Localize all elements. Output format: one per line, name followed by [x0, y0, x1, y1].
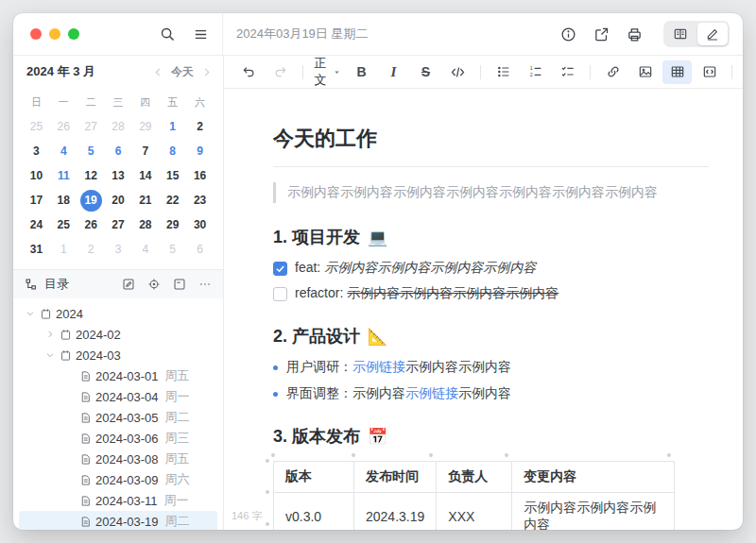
calendar-day-cell[interactable]: 13: [105, 163, 132, 188]
calendar-day-cell[interactable]: 31: [23, 237, 50, 262]
tree-item-2024[interactable]: 2024: [19, 303, 217, 324]
new-note-icon[interactable]: [122, 278, 135, 291]
column-grip[interactable]: [271, 453, 275, 457]
section-heading-3[interactable]: 3. 版本发布 📅: [273, 425, 709, 448]
calendar-day-cell[interactable]: 18: [50, 188, 77, 212]
calendar-day-cell[interactable]: 1: [50, 237, 77, 262]
table-cell[interactable]: 2024.3.19: [354, 493, 437, 531]
calendar-next-icon[interactable]: [201, 67, 212, 77]
preview-mode-icon[interactable]: [665, 23, 696, 45]
tree-item-2024-03-04[interactable]: 2024-03-04周一: [19, 386, 217, 407]
calendar-prev-icon[interactable]: [153, 67, 163, 77]
calendar-day-cell[interactable]: 26: [50, 114, 77, 139]
bullet-item[interactable]: 界面调整：示例内容示例链接示例内容: [273, 385, 709, 402]
calendar-day-cell[interactable]: 2: [77, 237, 105, 262]
collapse-all-icon[interactable]: [173, 278, 186, 291]
calendar-day-cell[interactable]: 4: [50, 139, 77, 163]
table-cell[interactable]: 示例内容示例内容示例内容: [512, 493, 675, 531]
tree-item-2024-03-05[interactable]: 2024-03-05周二: [19, 407, 217, 428]
calendar-day-cell[interactable]: 22: [159, 188, 186, 212]
bullet-item[interactable]: 用户调研：示例链接示例内容示例内容: [273, 359, 709, 376]
chevron-down-icon[interactable]: [44, 350, 56, 360]
image-button[interactable]: [630, 60, 660, 84]
ordered-list-button[interactable]: 12: [521, 60, 550, 84]
calendar-day-cell[interactable]: 5: [159, 237, 186, 262]
calendar-day-cell[interactable]: 3: [23, 139, 50, 163]
calendar-day-cell[interactable]: 14: [131, 163, 159, 188]
redo-button[interactable]: [266, 60, 295, 84]
task-list-button[interactable]: [553, 60, 582, 84]
strikethrough-button[interactable]: S: [411, 60, 440, 84]
tree-item-2024-02[interactable]: 2024-02: [19, 324, 217, 345]
calendar-day-cell[interactable]: 23: [186, 188, 214, 212]
bullet-list-button[interactable]: [489, 60, 518, 84]
calendar-day-cell[interactable]: 28: [105, 114, 132, 139]
calendar-day-cell[interactable]: 2: [186, 114, 214, 139]
tree-item-2024-03[interactable]: 2024-03: [19, 345, 217, 365]
more-options-icon[interactable]: [198, 278, 212, 291]
note-title[interactable]: 今天的工作: [273, 113, 709, 167]
search-icon[interactable]: [160, 26, 176, 42]
calendar-day-cell[interactable]: 24: [23, 212, 50, 237]
calendar-day-cell[interactable]: 17: [23, 188, 50, 212]
edit-mode-icon[interactable]: [697, 23, 728, 45]
paragraph-style-dropdown[interactable]: 正文: [311, 60, 344, 84]
checkbox-unchecked[interactable]: [273, 287, 287, 301]
table-cell[interactable]: XXX: [437, 493, 512, 531]
row-grip[interactable]: [266, 459, 269, 463]
table-header-cell[interactable]: 发布时间: [354, 462, 437, 493]
calendar-day-cell[interactable]: 6: [105, 139, 132, 163]
column-grip[interactable]: [352, 453, 355, 457]
menu-icon[interactable]: [193, 26, 209, 42]
tree-item-2024-03-19[interactable]: 2024-03-19周二: [19, 511, 217, 530]
tree-item-2024-03-09[interactable]: 2024-03-09周六: [19, 469, 217, 490]
calendar-day-cell[interactable]: 5: [77, 139, 105, 163]
calendar-day-cell[interactable]: 25: [23, 114, 50, 139]
calendar-day-cell[interactable]: 19: [77, 188, 105, 212]
task-item[interactable]: feat: 示例内容示例内容示例内容示例内容: [273, 260, 709, 277]
close-window-button[interactable]: [30, 28, 42, 40]
calendar-day-cell[interactable]: 30: [186, 212, 214, 237]
inline-code-button[interactable]: [443, 60, 472, 84]
calendar-day-cell[interactable]: 3: [105, 237, 132, 262]
inline-link[interactable]: 示例链接: [352, 359, 405, 374]
column-grip[interactable]: [505, 453, 508, 457]
calendar-day-cell[interactable]: 1: [159, 114, 186, 139]
section-heading-1[interactable]: 1. 项目开发 💻: [273, 226, 709, 248]
calendar-day-cell[interactable]: 27: [105, 212, 132, 237]
calendar-day-cell[interactable]: 4: [131, 237, 159, 262]
task-item[interactable]: refactor: 示例内容示例内容示例内容示例内容: [273, 285, 709, 302]
calendar-day-cell[interactable]: 9: [186, 139, 214, 163]
quote-button[interactable]: “: [740, 60, 743, 84]
minimize-window-button[interactable]: [49, 28, 60, 40]
calendar-day-cell[interactable]: 29: [131, 114, 159, 139]
tree-item-2024-03-08[interactable]: 2024-03-08周五: [19, 449, 217, 469]
calendar-day-cell[interactable]: 20: [105, 188, 132, 212]
calendar-day-cell[interactable]: 11: [50, 163, 77, 188]
calendar-day-cell[interactable]: 8: [159, 139, 186, 163]
tree-item-2024-03-01[interactable]: 2024-03-01周五: [19, 365, 217, 386]
tree-item-2024-03-11[interactable]: 2024-03-11周一: [19, 490, 217, 511]
code-block-button[interactable]: [695, 60, 724, 84]
column-grip[interactable]: [429, 453, 433, 457]
calendar-day-cell[interactable]: 26: [77, 212, 105, 237]
calendar-day-cell[interactable]: 15: [159, 163, 186, 188]
inline-link[interactable]: 示例链接: [405, 385, 458, 400]
calendar-day-cell[interactable]: 6: [186, 237, 214, 262]
table-button[interactable]: [662, 60, 692, 84]
table-header-cell[interactable]: 变更内容: [512, 462, 675, 493]
checkbox-checked[interactable]: [273, 262, 287, 276]
table-header-cell[interactable]: 版本: [274, 462, 354, 493]
calendar-day-cell[interactable]: 27: [77, 114, 105, 139]
calendar-day-cell[interactable]: 12: [77, 163, 105, 188]
column-grip[interactable]: [667, 453, 671, 457]
table-cell[interactable]: v0.3.0: [274, 493, 354, 531]
row-grip[interactable]: [266, 490, 269, 494]
calendar-today-button[interactable]: 今天: [171, 64, 194, 80]
bold-button[interactable]: B: [347, 60, 376, 84]
blockquote[interactable]: 示例内容示例内容示例内容示例内容示例内容示例内容示例内容: [273, 182, 709, 203]
undo-button[interactable]: [233, 60, 263, 84]
info-icon[interactable]: [560, 26, 576, 42]
link-button[interactable]: [598, 60, 627, 84]
section-heading-2[interactable]: 2. 产品设计 📐: [273, 325, 709, 348]
